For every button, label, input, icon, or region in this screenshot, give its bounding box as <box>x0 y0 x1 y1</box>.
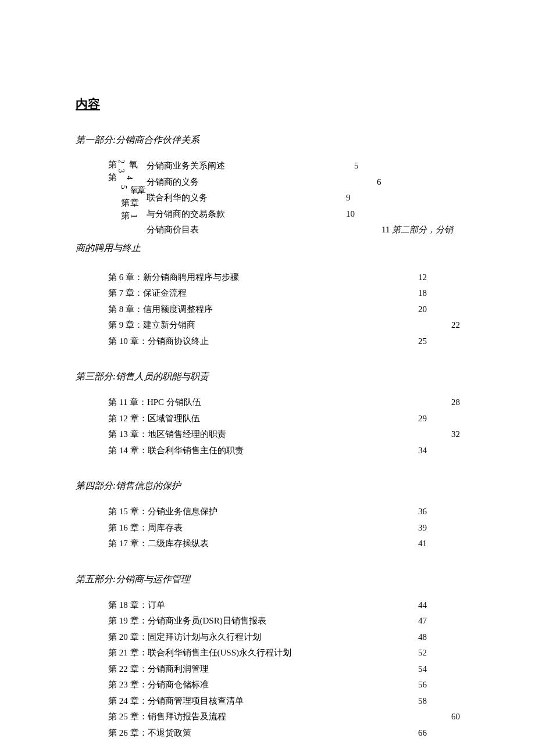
toc-row: 第 13 章：地区销售经理的职责 32 <box>108 428 462 441</box>
chapter-number: 3 <box>116 169 126 173</box>
toc-section-4: 第 15 章：分销业务信息保护 36 第 16 章：周库存表 39 第 17 章… <box>108 505 462 550</box>
toc-label: 第 8 章：信用额度调整程序 <box>108 303 213 316</box>
chapter-number: 2 <box>116 160 126 164</box>
toc-row: 第 19 章：分销商业务员(DSR)日销售报表 47 <box>108 614 462 628</box>
toc-page-number: 28 <box>451 396 460 409</box>
toc-page-number: 36 <box>418 505 427 518</box>
toc-section-5: 第 18 章：订单 44 第 19 章：分销商业务员(DSR)日销售报表 47 … <box>108 599 462 740</box>
chapter-number: 1 <box>129 214 138 218</box>
toc-label: 分销商的义务 <box>147 175 199 189</box>
toc-label: 第 7 章：保证金流程 <box>108 286 187 300</box>
toc-label: 第 16 章：周库存表 <box>108 521 183 535</box>
page-title: 内容 <box>76 96 462 112</box>
char-di: 第 <box>121 198 130 209</box>
toc-label: 第 11 章：HPC 分销队伍 <box>108 396 201 409</box>
section-3-heading: 第三部分:销售人员的职能与职责 <box>76 371 462 383</box>
toc-row: 联合利华的义务 9 <box>147 191 462 205</box>
toc-row: 第 25 章：销售拜访报告及流程 60 <box>108 710 462 723</box>
toc-page-number: 6 <box>377 175 381 189</box>
toc-page-number: 20 <box>418 303 427 316</box>
toc-page-number: 25 <box>418 335 427 348</box>
toc-label: 分销商业务关系阐述 <box>147 159 225 173</box>
toc-label: 联合利华的义务 <box>147 191 208 205</box>
chapter-number: 4 <box>124 176 134 180</box>
toc-row: 第 20 章：固定拜访计划与永久行程计划 48 <box>108 630 462 644</box>
toc-page-number: 56 <box>418 678 427 691</box>
toc-label: 与分销商的交易条款 <box>147 207 225 221</box>
section-1-heading: 第一部分:分销商合作伙伴关系 <box>76 134 462 146</box>
toc-page-number: 66 <box>418 726 427 740</box>
toc-label: 第 17 章：二级库存操纵表 <box>108 537 209 550</box>
toc-label: 第 12 章：区域管理队伍 <box>108 412 200 425</box>
toc-label: 第 22 章：分销商利润管理 <box>108 662 209 676</box>
toc-row: 分销商价目表 11 第二部分，分销 <box>147 223 462 237</box>
toc-row: 第 6 章：新分销商聘用程序与步骤 12 <box>108 271 462 284</box>
toc-page-number: 32 <box>451 428 460 441</box>
toc-row: 第 23 章：分销商仓储标准 56 <box>108 678 462 691</box>
toc-label: 第 23 章：分销商仓储标准 <box>108 678 209 691</box>
toc-page-number: 11 第二部分，分销 <box>381 223 453 237</box>
toc-label: 第 24 章：分销商管理项目核查清单 <box>108 694 244 708</box>
toc-row: 第 12 章：区域管理队伍 29 <box>108 412 462 425</box>
toc-row: 第 21 章：联合利华销售主任(USS)永久行程计划 52 <box>108 646 462 660</box>
toc-row: 第 15 章：分销业务信息保护 36 <box>108 505 462 518</box>
toc-page-number: 58 <box>418 694 427 708</box>
toc-row: 第 16 章：周库存表 39 <box>108 521 462 535</box>
toc-page-number: 18 <box>418 286 427 300</box>
toc-label: 第 19 章：分销商业务员(DSR)日销售报表 <box>108 614 266 628</box>
toc-row: 与分销商的交易条款 10 <box>147 207 462 221</box>
toc-page-number: 39 <box>418 521 427 535</box>
toc-page-number: 10 <box>346 207 355 221</box>
toc-page-number: 52 <box>418 646 427 660</box>
toc-section-1: 第 第 第 第 2 3 4 5 1 氧 章 章 氧 分销商业务关系阐述 5 分销… <box>108 159 462 237</box>
section-2-heading-part1: 第二部分，分销 <box>392 225 453 234</box>
toc-row: 第 11 章：HPC 分销队伍 28 <box>108 396 462 409</box>
toc-row: 分销商业务关系阐述 5 <box>147 159 462 173</box>
toc-row: 第 9 章：建立新分销商 22 <box>108 318 462 332</box>
toc-page-number: 48 <box>418 630 427 644</box>
chapter-number: 5 <box>119 185 128 189</box>
toc-label: 第 15 章：分销业务信息保护 <box>108 505 217 518</box>
toc-page-number: 54 <box>418 662 427 676</box>
toc-page-number: 60 <box>451 710 460 723</box>
toc-row: 第 10 章：分销商协议终止 25 <box>108 335 462 348</box>
toc-page-number-text: 11 <box>381 225 390 234</box>
toc-page-number: 12 <box>418 271 427 284</box>
toc-item-list: 分销商业务关系阐述 5 分销商的义务 6 联合利华的义务 9 与分销商的交易条款… <box>147 159 462 237</box>
toc-page-number: 22 <box>451 318 460 332</box>
toc-section-3: 第 11 章：HPC 分销队伍 28 第 12 章：区域管理队伍 29 第 13… <box>108 396 462 457</box>
toc-label: 分销商价目表 <box>147 223 199 237</box>
toc-row: 第 7 章：保证金流程 18 <box>108 286 462 300</box>
toc-page-number: 47 <box>418 614 427 628</box>
char-zhang: 氧 <box>129 159 138 170</box>
toc-label: 第 20 章：固定拜访计划与永久行程计划 <box>108 630 261 644</box>
section-4-heading: 第四部分:销售信息的保护 <box>76 480 462 492</box>
toc-row: 第 26 章：不退货政策 66 <box>108 726 462 740</box>
toc-page-number: 9 <box>346 191 351 205</box>
toc-row: 分销商的义务 6 <box>147 175 462 189</box>
document-page: 内容 第一部分:分销商合作伙伴关系 第 第 第 第 2 3 4 5 1 氧 章 … <box>0 0 535 739</box>
toc-page-number: 41 <box>418 537 427 550</box>
toc-row: 第 18 章：订单 44 <box>108 599 462 612</box>
toc-label: 第 18 章：订单 <box>108 599 165 612</box>
toc-label: 第 21 章：联合利华销售主任(USS)永久行程计划 <box>108 646 291 660</box>
toc-page-number: 34 <box>418 444 427 457</box>
toc-row: 第 17 章：二级库存操纵表 41 <box>108 537 462 550</box>
toc-row: 第 8 章：信用额度调整程序 20 <box>108 303 462 316</box>
toc-row: 第 14 章：联合利华销售主任的职责 34 <box>108 444 462 457</box>
toc-page-number: 5 <box>354 159 359 173</box>
toc-row: 第 24 章：分销商管理项目核查清单 58 <box>108 694 462 708</box>
toc-label: 第 9 章：建立新分销商 <box>108 318 195 332</box>
section-5-heading: 第五部分:分销商与运作管理 <box>76 574 462 586</box>
toc-label: 第 10 章：分销商协议终止 <box>108 335 209 348</box>
toc-section-2: 第 6 章：新分销商聘用程序与步骤 12 第 7 章：保证金流程 18 第 8 … <box>108 271 462 348</box>
toc-row: 第 22 章：分销商利润管理 54 <box>108 662 462 676</box>
char-zhang: 氧 <box>130 185 139 196</box>
toc-label: 第 13 章：地区销售经理的职责 <box>108 428 226 441</box>
toc-page-number: 29 <box>418 412 427 425</box>
toc-label: 第 14 章：联合利华销售主任的职责 <box>108 444 244 457</box>
section-2-heading-part2: 商的聘用与终止 <box>76 242 462 255</box>
char-di: 第 <box>108 172 117 183</box>
toc-label: 第 25 章：销售拜访报告及流程 <box>108 710 226 723</box>
toc-label: 第 6 章：新分销商聘用程序与步骤 <box>108 271 239 284</box>
